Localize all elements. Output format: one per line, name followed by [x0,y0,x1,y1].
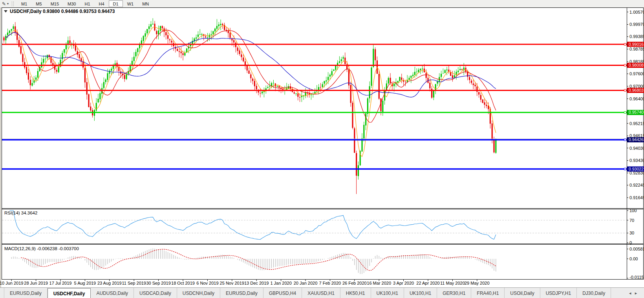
svg-text:30 Sep 2019: 30 Sep 2019 [146,281,170,285]
date-axis: 10 Jun 201928 Jun 201917 Jul 20195 Aug 2… [0,280,490,285]
toolbar-grip [12,2,14,6]
hline-label-0.94426: 0.94426 [627,137,644,142]
timeframe-toolbar: ✎ ▾ M1M5M15M30H1H4D1W1MN [0,0,644,8]
timeframe-button-mn[interactable]: MN [138,0,153,7]
svg-text:7 Feb 2020: 7 Feb 2020 [319,281,341,285]
crosshair-tool-icon[interactable]: ✎ [2,1,6,7]
svg-text:6 Nov 2019: 6 Nov 2019 [196,281,218,285]
svg-text:70: 70 [629,218,634,223]
svg-text:0.95740: 0.95740 [629,110,644,114]
chart-tab-6-gbpusd-h4[interactable]: GBPUSD,H4 [263,288,302,298]
svg-text:0.91645: 0.91645 [629,195,644,200]
svg-text:23 Aug 2019: 23 Aug 2019 [97,281,122,285]
svg-text:0.95215: 0.95215 [629,121,644,126]
chart-tab-1-usdchf-daily[interactable]: USDCHF,Daily [48,288,91,298]
timeframe-button-m30[interactable]: M30 [63,0,80,7]
hline-label-0.96803: 0.96803 [627,88,644,93]
svg-text:1.00570: 1.00570 [629,10,644,15]
rsi-label: RSI(14) 34.3642 [4,211,37,215]
tab-scroll-left-icon[interactable]: ◄ [628,291,634,295]
tabbar-pad [0,288,4,298]
svg-text:0.92245: 0.92245 [629,183,644,187]
chart-tab-0-eurusd-daily[interactable]: EURUSD,Daily [4,288,48,298]
chart-tab-8-hk50-h1[interactable]: HK50,H1 [340,288,371,298]
svg-text:0.005818: 0.005818 [629,247,644,251]
svg-text:18 Oct 2019: 18 Oct 2019 [171,281,195,285]
svg-text:3 Apr 2020: 3 Apr 2020 [393,281,414,285]
chart-tab-13-usoil-daily[interactable]: USOil,Daily [505,288,540,298]
dropdown-caret-icon[interactable]: ▾ [7,2,9,5]
timeframe-button-h1[interactable]: H1 [80,0,94,7]
chart-tabs: EURUSD,DailyUSDCHF,DailyAUDUSD,DailyUSDC… [4,288,611,298]
svg-text:26 Feb 2020: 26 Feb 2020 [342,281,367,285]
timeframe-button-m15[interactable]: M15 [46,0,63,7]
svg-text:20 Jan 2020: 20 Jan 2020 [294,281,318,285]
svg-text:13 Dec 2019: 13 Dec 2019 [244,281,269,285]
hline-label-0.98008: 0.98008 [627,63,644,68]
hline-label-0.95740: 0.95740 [627,110,644,115]
svg-text:11 May 2020: 11 May 2020 [440,281,465,285]
svg-text:0.94426: 0.94426 [629,137,644,142]
svg-text:29 May 2020: 29 May 2020 [465,281,490,285]
svg-text:0.99970: 0.99970 [629,22,644,27]
svg-text:0.94030: 0.94030 [629,146,644,151]
svg-text:0.97600: 0.97600 [629,71,644,76]
chart-tab-4-usdcnh-daily[interactable]: USDCNH,Daily [177,288,220,298]
chart-tab-12-fra40-h1[interactable]: FRA40,H1 [471,288,505,298]
chart-tab-14-usdjpy-h1[interactable]: USDJPY,H1 [540,288,577,298]
chart-tab-7-xauusd-h1[interactable]: XAUUSD,H1 [302,288,340,298]
svg-text:5 Aug 2019: 5 Aug 2019 [74,281,96,285]
svg-text:30: 30 [629,231,634,235]
timeframe-button-m1[interactable]: M1 [17,0,31,7]
chart-tab-5-eurusd-daily[interactable]: EURUSD,Daily [220,288,263,298]
svg-text:0.99385: 0.99385 [629,34,644,39]
chart-tab-9-uk100-h1[interactable]: UK100,H1 [371,288,404,298]
chart-tab-bar: EURUSD,DailyUSDCHF,DailyAUDUSD,DailyUSDC… [0,287,644,298]
tab-scroll-arrows[interactable]: ◄► [628,291,644,295]
hline-label-0.99016: 0.99016 [627,42,644,47]
svg-text:100: 100 [629,208,637,213]
svg-text:0: 0 [629,240,632,245]
chart-title: USDCHF,Daily 0.93800 0.94486 0.93753 0.9… [10,9,115,14]
chart-tab-15-dj30-daily[interactable]: DJ30,Daily [577,288,611,298]
svg-text:0.93430: 0.93430 [629,158,644,163]
svg-text:0.96400: 0.96400 [629,96,644,101]
svg-text:1 Jan 2020: 1 Jan 2020 [270,281,291,285]
svg-text:11 Sep 2019: 11 Sep 2019 [122,281,146,285]
chart-canvas[interactable]: 1.005700.999700.993850.987850.981850.976… [0,7,644,287]
timeframe-button-w1[interactable]: W1 [123,0,138,7]
svg-text:0.98785: 0.98785 [629,47,644,51]
hline-label-0.93022: 0.93022 [627,167,644,172]
chart-tab-11-ger30-h1[interactable]: GER30,H1 [437,288,471,298]
svg-text:0.99016: 0.99016 [629,42,644,47]
timeframe-buttons: M1M5M15M30H1H4D1W1MN [17,0,153,7]
chart-tab-2-audusd-daily[interactable]: AUDUSD,Daily [91,288,134,298]
chart-tab-3-usdcad-daily[interactable]: USDCAD,Daily [134,288,177,298]
svg-text:0.96803: 0.96803 [629,88,644,93]
svg-text:22 Apr 2020: 22 Apr 2020 [416,281,439,285]
svg-text:28 Jun 2019: 28 Jun 2019 [24,281,48,285]
svg-text:10 Jun 2019: 10 Jun 2019 [0,281,23,285]
svg-text:17 Jul 2019: 17 Jul 2019 [49,281,72,285]
timeframe-button-d1[interactable]: D1 [109,0,123,7]
svg-text:0.00: 0.00 [629,256,638,261]
chart-tab-10-uk100-h1[interactable]: UK100,H1 [404,288,437,298]
timeframe-button-h4[interactable]: H4 [95,0,109,7]
svg-text:-0.011514: -0.011514 [629,275,644,280]
tab-scroll-right-icon[interactable]: ► [634,291,640,295]
timeframe-button-m5[interactable]: M5 [31,0,46,7]
macd-label: MACD(12,26,9) -0.006238 -0.003700 [4,246,79,251]
svg-text:0.93022: 0.93022 [629,167,644,171]
svg-text:16 Mar 2020: 16 Mar 2020 [367,281,391,285]
svg-text:0.98008: 0.98008 [629,63,644,67]
svg-text:25 Nov 2019: 25 Nov 2019 [220,281,244,285]
